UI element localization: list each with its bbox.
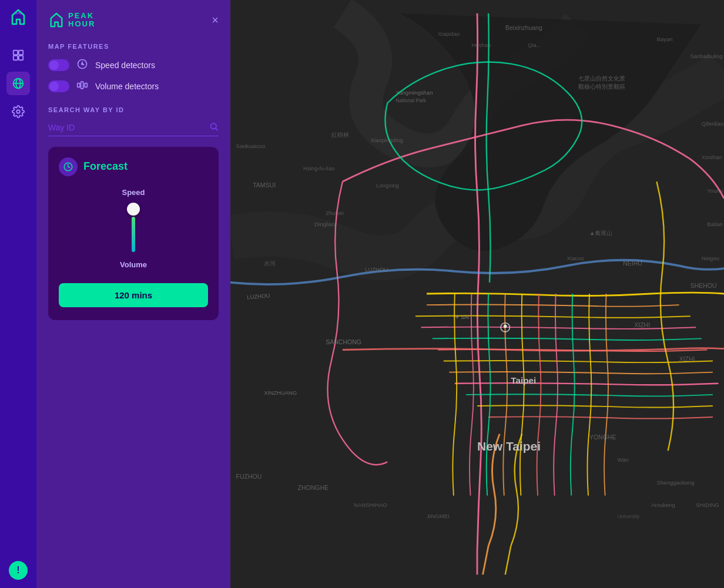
user-avatar[interactable]: ! — [9, 561, 28, 580]
svg-text:Yourui: Yourui — [707, 187, 723, 194]
svg-text:觀核心特別景觀區: 觀核心特別景觀區 — [578, 83, 625, 90]
forecast-button[interactable]: 120 mins — [59, 283, 208, 307]
svg-text:JINGMEI: JINGMEI — [427, 513, 450, 519]
svg-rect-10 — [78, 83, 80, 87]
svg-text:Hsing-fu-liao: Hsing-fu-liao — [303, 165, 335, 172]
svg-text:XINZHUANG: XINZHUANG — [264, 389, 297, 396]
volume-detectors-toggle[interactable] — [48, 80, 69, 92]
svg-text:Bayan: Bayan — [656, 36, 672, 42]
svg-text:Balian: Balian — [707, 221, 723, 227]
app-logo — [9, 8, 27, 28]
sidebar-item-globe[interactable] — [6, 72, 30, 95]
svg-text:Taipei: Taipei — [511, 375, 536, 385]
svg-text:紅樹林: 紅樹林 — [331, 132, 349, 138]
panel-logo: PEAK HOUR — [48, 12, 95, 29]
speed-detector-icon — [76, 58, 88, 72]
svg-text:Xinshan: Xinshan — [702, 154, 722, 160]
svg-rect-12 — [85, 83, 87, 87]
svg-text:Beixinzhuang: Beixinzhuang — [505, 24, 542, 31]
speed-slider[interactable] — [127, 203, 140, 252]
road-network-overlay: Yangmingshan National Park LUZHOU XINZHU… — [230, 0, 724, 588]
svg-line-14 — [216, 129, 218, 131]
speed-slider-track — [132, 217, 135, 252]
svg-text:水河: 水河 — [264, 260, 276, 267]
svg-text:▲禽尾山: ▲禽尾山 — [589, 230, 612, 236]
svg-text:七星山自然文化景: 七星山自然文化景 — [578, 75, 625, 82]
svg-text:Longxing: Longxing — [376, 182, 399, 189]
svg-text:Shenggaokeng: Shenggaokeng — [656, 479, 694, 486]
svg-rect-1 — [19, 51, 23, 55]
speed-label: Speed — [122, 188, 145, 197]
forecast-card: Forecast Speed Volume 120 mins — [48, 147, 219, 320]
volume-detectors-row: Volume detectors — [48, 79, 219, 93]
svg-text:✈ SAI: ✈ SAI — [455, 314, 469, 320]
svg-text:NEIHU: NEIHU — [623, 260, 642, 267]
search-icon — [209, 122, 219, 133]
sidebar-item-grid[interactable] — [6, 43, 30, 67]
svg-text:XIZHI: XIZHI — [634, 321, 650, 328]
svg-text:YONGHE: YONGHE — [589, 434, 616, 441]
speed-slider-thumb[interactable] — [127, 203, 140, 216]
svg-point-62 — [504, 325, 507, 328]
close-button[interactable]: × — [212, 14, 219, 26]
volume-detector-icon — [76, 79, 88, 93]
map-features-label: MAP FEATURES — [48, 43, 219, 50]
svg-text:Xiaopingding: Xiaopingding — [371, 137, 403, 143]
speed-detectors-row: Speed detectors — [48, 58, 219, 72]
svg-text:XIZHI: XIZHI — [679, 355, 695, 362]
svg-text:Sankuaicuo: Sankuaicuo — [236, 143, 266, 149]
svg-point-13 — [211, 123, 216, 129]
speed-detectors-toggle[interactable] — [48, 59, 69, 71]
logo-peak: PEAK — [68, 12, 95, 20]
svg-text:Wan: Wan — [618, 456, 629, 463]
volume-label: Volume — [120, 260, 147, 269]
svg-rect-0 — [14, 51, 18, 55]
svg-text:University: University — [618, 513, 640, 519]
svg-text:Zhuwei: Zhuwei — [326, 210, 344, 216]
svg-text:Yangmingshan: Yangmingshan — [396, 89, 433, 96]
search-section: SEARCH WAY BY ID — [48, 106, 219, 136]
svg-text:Qia...: Qia... — [528, 42, 541, 48]
logo-hour: HOUR — [68, 20, 95, 28]
speed-detectors-label: Speed detectors — [95, 61, 155, 70]
svg-text:LUZHOU: LUZHOU — [365, 266, 388, 273]
svg-text:NANSHIHAO: NANSHIHAO — [354, 502, 387, 508]
svg-text:ZHONGHE: ZHONGHE — [298, 484, 329, 491]
svg-text:Xiapidao: Xiapidao — [438, 31, 460, 37]
svg-rect-3 — [19, 56, 23, 60]
svg-text:SHIDING: SHIDING — [696, 502, 719, 508]
svg-text:Xiacuo: Xiacuo — [567, 255, 584, 261]
svg-rect-11 — [81, 82, 83, 89]
svg-text:Qifenliao: Qifenliao — [702, 120, 724, 127]
side-panel: PEAK HOUR × MAP FEATURES Speed detectors — [36, 0, 230, 588]
forecast-body: Speed Volume 120 mins — [59, 188, 208, 307]
svg-point-7 — [16, 110, 20, 113]
icon-bar: ! — [0, 0, 36, 588]
volume-detectors-label: Volume detectors — [95, 82, 159, 91]
forecast-title: Forecast — [83, 160, 128, 173]
svg-text:TAMSUI: TAMSUI — [253, 182, 276, 189]
search-label: SEARCH WAY BY ID — [48, 106, 219, 113]
panel-header: PEAK HOUR × — [48, 12, 219, 29]
svg-rect-2 — [14, 56, 18, 60]
svg-text:Dingliao: Dingliao — [314, 221, 334, 227]
svg-text:National Park: National Park — [396, 98, 427, 103]
svg-text:Neigou: Neigou — [702, 255, 719, 261]
svg-text:New Taipei: New Taipei — [477, 439, 541, 453]
svg-text:SANCHONG: SANCHONG — [326, 338, 361, 345]
search-input[interactable] — [48, 119, 219, 136]
svg-text:Aroukeng: Aroukeng — [651, 502, 675, 508]
svg-text:SHEHOU: SHEHOU — [691, 282, 717, 289]
map-area[interactable]: Yangmingshan National Park LUZHOU XINZHU… — [230, 0, 724, 588]
svg-text:Sanbaibuling: Sanbaibuling — [691, 53, 723, 59]
search-input-wrap — [48, 119, 219, 136]
sidebar-item-settings[interactable] — [6, 100, 30, 123]
forecast-icon — [59, 157, 78, 176]
svg-text:FUZHOU: FUZHOU — [236, 473, 262, 480]
svg-point-9 — [82, 63, 83, 65]
svg-text:Hoshan: Hoshan — [471, 42, 491, 48]
forecast-header: Forecast — [59, 157, 208, 176]
